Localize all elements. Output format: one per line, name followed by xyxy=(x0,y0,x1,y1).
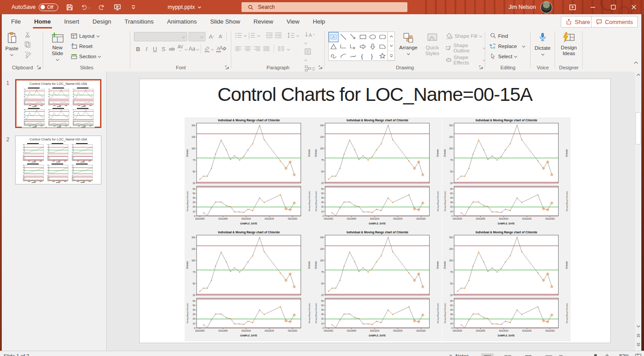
text-direction-button[interactable]: A xyxy=(304,31,316,46)
slideshow-view-button[interactable] xyxy=(543,353,555,356)
align-text-button[interactable] xyxy=(304,48,316,63)
italic-button[interactable]: I xyxy=(142,44,151,53)
tab-help[interactable]: Help xyxy=(306,14,332,28)
shape-snip-corner-rectangle[interactable] xyxy=(378,42,387,52)
find-button[interactable]: Find xyxy=(490,31,508,40)
paragraph-dialog-launcher[interactable] xyxy=(318,65,323,70)
slide-indicator[interactable]: Slide 1 of 2 xyxy=(4,353,29,356)
undo-button[interactable] xyxy=(80,2,90,12)
tab-view[interactable]: View xyxy=(280,14,306,28)
clipboard-dialog-launcher[interactable] xyxy=(36,65,41,70)
character-spacing-button[interactable]: AV↔ xyxy=(176,44,185,53)
shape-right-brace[interactable]: } xyxy=(368,51,378,60)
slide-1-thumbnail[interactable]: Control Charts for LOC_Name=00-15A xyxy=(15,79,101,128)
shape-arrow[interactable] xyxy=(348,32,358,42)
customize-qat-icon[interactable] xyxy=(129,2,138,12)
fit-slide-to-window-button[interactable] xyxy=(635,353,641,356)
arrange-button[interactable]: Arrange xyxy=(397,29,420,55)
slide-title[interactable]: Control Charts for LOC_Name=00-15A xyxy=(140,84,610,105)
maximize-button[interactable] xyxy=(603,0,624,14)
tab-slide-show[interactable]: Slide Show xyxy=(203,14,247,28)
shape-fill-button[interactable]: Shape Fill xyxy=(446,31,485,40)
shape-left-brace[interactable]: { xyxy=(358,51,368,60)
shape-down-arrow[interactable] xyxy=(368,42,378,52)
search-input[interactable]: Search xyxy=(242,2,407,12)
new-slide-button[interactable]: New Slide xyxy=(47,29,68,61)
tab-insert[interactable]: Insert xyxy=(57,14,86,28)
normal-view-button[interactable] xyxy=(481,353,494,356)
quick-styles-button[interactable]: Quick Styles xyxy=(421,29,444,56)
clear-formatting-button[interactable]: A xyxy=(218,44,226,52)
shape-triangle[interactable] xyxy=(329,42,338,52)
shape-scribble[interactable] xyxy=(329,51,338,60)
share-button[interactable]: Share xyxy=(561,16,595,28)
shape-right-arrow[interactable] xyxy=(358,42,368,52)
align-center-button[interactable] xyxy=(244,46,251,52)
undo-dropdown-icon[interactable] xyxy=(88,6,90,9)
shapes-more-button[interactable] xyxy=(388,51,394,60)
tab-transitions[interactable]: Transitions xyxy=(118,14,161,28)
slide-2-thumbnail[interactable]: Control Charts for LOC_Name=00-16A xyxy=(15,136,101,184)
design-ideas-button[interactable]: Design Ideas xyxy=(557,29,580,56)
vertical-scrollbar[interactable] xyxy=(635,72,641,351)
select-button[interactable]: Select xyxy=(490,52,517,61)
redo-button[interactable] xyxy=(97,2,106,12)
align-right-button[interactable] xyxy=(254,46,261,52)
font-dialog-launcher[interactable] xyxy=(225,65,229,70)
comments-button[interactable]: Comments xyxy=(591,16,638,28)
font-size-combobox[interactable] xyxy=(189,32,205,41)
previous-slide-button[interactable] xyxy=(635,332,641,339)
shape-effects-button[interactable]: Shape Effects xyxy=(446,55,485,64)
dictate-button[interactable]: Dictate xyxy=(532,29,553,56)
slide-sorter-view-button[interactable] xyxy=(502,353,514,356)
reset-button[interactable]: Reset xyxy=(71,41,93,51)
zoom-in-button[interactable] xyxy=(605,353,609,356)
align-left-button[interactable] xyxy=(235,46,242,52)
cut-button[interactable] xyxy=(25,31,32,38)
user-avatar[interactable] xyxy=(540,1,552,13)
shape-elbow-connector[interactable] xyxy=(338,42,348,52)
reading-view-button[interactable] xyxy=(522,353,535,356)
scroll-down-button[interactable] xyxy=(635,323,641,330)
paste-button[interactable]: Paste xyxy=(5,29,18,56)
shape-oval[interactable] xyxy=(368,32,378,42)
autosave-toggle[interactable]: AutoSave Off xyxy=(12,4,58,11)
notes-button[interactable]: Notes xyxy=(448,353,469,356)
highlight-color-button[interactable] xyxy=(202,44,211,53)
columns-button[interactable] xyxy=(278,46,285,52)
tab-file[interactable]: File xyxy=(4,14,28,28)
decrease-indent-button[interactable] xyxy=(266,32,273,39)
copy-button[interactable] xyxy=(24,41,31,48)
ribbon-display-options-button[interactable] xyxy=(562,0,583,14)
drawing-dialog-launcher[interactable] xyxy=(479,65,483,70)
shape-rounded-rectangle[interactable] xyxy=(378,32,387,42)
tab-review[interactable]: Review xyxy=(247,14,280,28)
collapse-ribbon-button[interactable] xyxy=(633,60,639,65)
underline-button[interactable]: U xyxy=(151,44,159,53)
autosave-switch[interactable]: Off xyxy=(39,4,58,11)
shape-star[interactable] xyxy=(378,51,387,60)
increase-indent-button[interactable] xyxy=(274,32,282,39)
document-title[interactable]: myppt.pptx xyxy=(168,0,201,14)
shape-outline-button[interactable]: Shape Outline xyxy=(446,43,485,52)
strikethrough-button[interactable]: ab xyxy=(168,44,176,53)
zoom-out-button[interactable] xyxy=(559,353,563,356)
zoom-percent[interactable]: 82% xyxy=(619,353,629,356)
slide-canvas[interactable]: Control Charts for LOC_Name=00-15A Indiv… xyxy=(139,79,611,343)
change-case-button[interactable]: Aa xyxy=(188,44,196,53)
shape-curve[interactable] xyxy=(348,51,358,60)
close-button[interactable] xyxy=(624,0,644,14)
replace-button[interactable]: bc Replace xyxy=(490,41,525,51)
tab-design[interactable]: Design xyxy=(86,14,118,28)
shape-rectangle[interactable] xyxy=(358,32,368,42)
format-painter-button[interactable] xyxy=(25,52,32,59)
minimize-button[interactable] xyxy=(583,0,603,14)
tab-home[interactable]: Home xyxy=(28,14,58,28)
shape-line[interactable] xyxy=(338,32,348,42)
bullets-button[interactable] xyxy=(235,32,242,39)
line-spacing-button[interactable] xyxy=(287,32,295,39)
shape-textbox[interactable]: A xyxy=(329,32,338,42)
shrink-font-button[interactable]: Aˇ xyxy=(217,32,225,41)
justify-button[interactable] xyxy=(263,46,270,52)
layout-button[interactable]: Layout xyxy=(71,31,100,40)
